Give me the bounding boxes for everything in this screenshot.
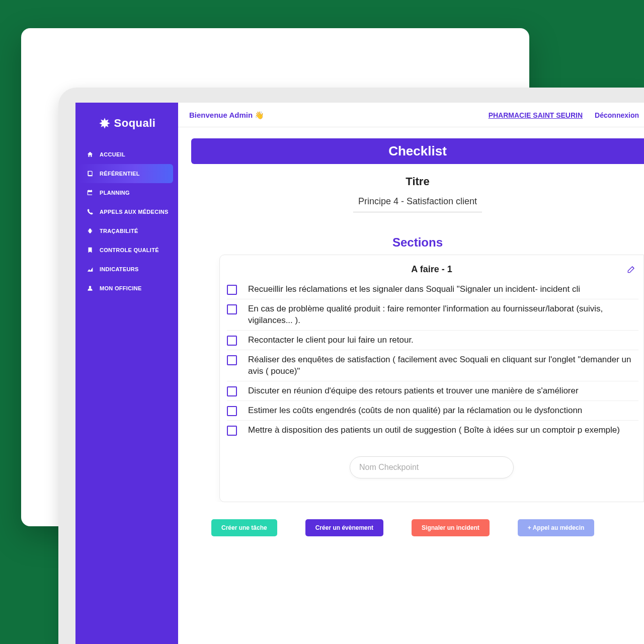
checkbox[interactable] — [227, 426, 237, 436]
check-text: Mettre à disposition des patients un out… — [248, 425, 620, 436]
home-icon — [87, 151, 94, 158]
check-text: En cas de problème qualité produit : fai… — [248, 303, 638, 327]
checkpoint-input-wrap — [220, 456, 643, 478]
checklist-items: Recueillir les réclamations et les signa… — [220, 280, 643, 439]
app-shell: Soquali ACCUEIL RÉFÉRENTIEL PLANNING AP — [58, 88, 644, 644]
sidebar-item-indicateurs[interactable]: INDICATEURS — [75, 260, 178, 279]
sidebar-item-planning[interactable]: PLANNING — [75, 183, 178, 202]
sidebar-item-officine[interactable]: MON OFFICINE — [75, 279, 178, 298]
sidebar-item-label: RÉFÉRENTIEL — [100, 171, 140, 177]
sidebar-item-tracabilite[interactable]: TRAÇABILITÉ — [75, 221, 178, 240]
sidebar-item-label: INDICATEURS — [100, 266, 139, 272]
checkbox[interactable] — [227, 285, 237, 295]
sidebar-item-appels[interactable]: APPELS AUX MÉDECINS — [75, 202, 178, 221]
main-panel: Bienvenue Admin 👋 PHARMACIE SAINT SEURIN… — [178, 103, 644, 644]
checkbox[interactable] — [227, 304, 237, 314]
welcome-text: Bienvenue Admin 👋 — [189, 111, 264, 120]
topbar-right: PHARMACIE SAINT SEURIN Déconnexion — [489, 111, 639, 119]
sidebar-item-label: CONTROLE QUALITÉ — [100, 247, 159, 253]
sidebar-item-label: MON OFFICINE — [100, 285, 142, 291]
check-row: Recontacter le client pour lui faire un … — [227, 331, 638, 350]
topbar: Bienvenue Admin 👋 PHARMACIE SAINT SEURIN… — [178, 103, 644, 127]
check-text: Recontacter le client pour lui faire un … — [248, 335, 414, 346]
sidebar-item-label: TRAÇABILITÉ — [100, 228, 138, 234]
logo-icon — [98, 117, 111, 130]
edit-section-button[interactable] — [626, 264, 636, 276]
section-header: A faire - 1 — [220, 264, 643, 280]
content-area: Checklist Titre Principe 4 - Satisfactio… — [178, 127, 644, 644]
check-row: En cas de problème qualité produit : fai… — [227, 299, 638, 331]
check-row: Réaliser des enquêtes de satisfaction ( … — [227, 350, 638, 381]
app-window: Soquali ACCUEIL RÉFÉRENTIEL PLANNING AP — [58, 88, 644, 644]
sidebar-item-label: ACCUEIL — [100, 151, 125, 157]
checkpoint-name-input[interactable] — [350, 456, 514, 478]
check-text: Estimer les coûts engendrés (coûts de no… — [248, 405, 582, 417]
pharmacy-link[interactable]: PHARMACIE SAINT SEURIN — [489, 111, 583, 119]
book-icon — [87, 170, 94, 177]
check-row: Discuter en réunion d'équipe des retours… — [227, 381, 638, 401]
section-title: A faire - 1 — [411, 264, 452, 275]
title-block: Titre Principe 4 - Satisfaction client — [191, 175, 644, 212]
create-task-button[interactable]: Créer une tâche — [211, 519, 277, 536]
check-row: Estimer les coûts engendrés (coûts de no… — [227, 401, 638, 421]
sidebar: Soquali ACCUEIL RÉFÉRENTIEL PLANNING AP — [75, 103, 178, 644]
bug-icon — [87, 227, 94, 234]
check-row: Mettre à disposition des patients un out… — [227, 421, 638, 440]
checkbox[interactable] — [227, 355, 237, 365]
checkbox[interactable] — [227, 336, 237, 346]
sidebar-nav: ACCUEIL RÉFÉRENTIEL PLANNING APPELS AUX … — [75, 145, 178, 298]
chart-icon — [87, 266, 94, 273]
report-incident-button[interactable]: Signaler un incident — [412, 519, 490, 536]
check-text: Discuter en réunion d'équipe des retours… — [248, 385, 579, 397]
pencil-icon — [626, 264, 636, 274]
calendar-icon — [87, 189, 94, 196]
section-card: A faire - 1 Recueillir les réclamations … — [219, 255, 644, 502]
sidebar-item-accueil[interactable]: ACCUEIL — [75, 145, 178, 164]
title-label: Titre — [191, 175, 644, 188]
title-value[interactable]: Principe 4 - Satisfaction client — [353, 193, 482, 212]
check-text: Réaliser des enquêtes de satisfaction ( … — [248, 354, 638, 377]
brand-text: Soquali — [114, 117, 156, 130]
create-event-button[interactable]: Créer un évènement — [305, 519, 383, 536]
action-bar: Créer une tâche Créer un évènement Signa… — [191, 502, 644, 553]
logout-link[interactable]: Déconnexion — [595, 111, 639, 119]
check-text: Recueillir les réclamations et les signa… — [248, 284, 580, 295]
phone-icon — [87, 208, 94, 215]
call-doctor-button[interactable]: + Appel au médecin — [518, 519, 595, 536]
brand-logo: Soquali — [75, 112, 178, 145]
sidebar-item-label: APPELS AUX MÉDECINS — [100, 209, 169, 215]
check-row: Recueillir les réclamations et les signa… — [227, 280, 638, 299]
sidebar-item-controle[interactable]: CONTROLE QUALITÉ — [75, 240, 178, 260]
sidebar-item-label: PLANNING — [100, 190, 130, 196]
checkbox[interactable] — [227, 406, 237, 416]
sidebar-item-referentiel[interactable]: RÉFÉRENTIEL — [78, 164, 173, 183]
checkbox[interactable] — [227, 386, 237, 396]
checklist-header: Checklist — [191, 138, 644, 164]
sections-label: Sections — [191, 235, 644, 250]
user-icon — [87, 285, 94, 292]
bookmark-icon — [87, 247, 94, 254]
